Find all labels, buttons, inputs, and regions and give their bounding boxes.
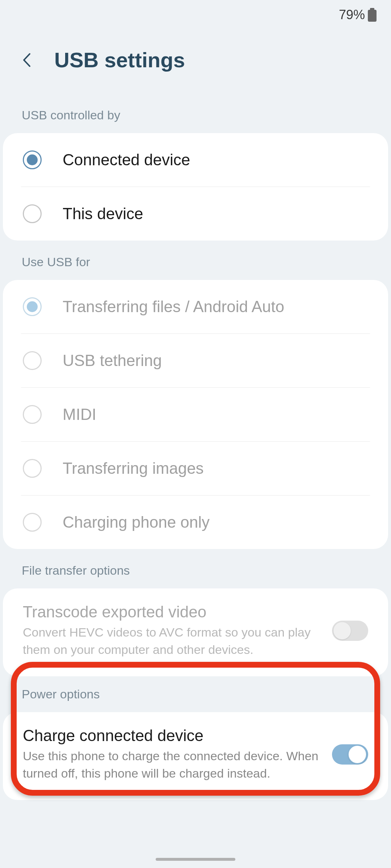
- radio-transferring-files: Transferring files / Android Auto: [3, 280, 388, 333]
- charge-toggle[interactable]: [332, 744, 368, 765]
- radio-label: MIDI: [63, 405, 96, 424]
- radio-label: Connected device: [63, 151, 190, 169]
- transcode-text: Transcode exported video Convert HEVC vi…: [23, 603, 321, 658]
- transcode-desc: Convert HEVC videos to AVC format so you…: [23, 624, 321, 658]
- radio-label: Transferring files / Android Auto: [63, 298, 284, 316]
- file-transfer-card: Transcode exported video Convert HEVC vi…: [3, 588, 388, 676]
- radio-icon: [23, 351, 42, 370]
- charge-title: Charge connected device: [23, 727, 321, 745]
- chevron-left-icon: [22, 51, 33, 69]
- radio-connected-device[interactable]: Connected device: [3, 133, 388, 187]
- header: USB settings: [0, 26, 391, 101]
- charge-connected-row[interactable]: Charge connected device Use this phone t…: [3, 712, 388, 800]
- power-options-card: Charge connected device Use this phone t…: [3, 712, 388, 800]
- section-label-file-transfer: File transfer options: [0, 549, 391, 588]
- radio-icon: [23, 513, 42, 532]
- radio-this-device[interactable]: This device: [21, 187, 370, 241]
- nav-handle[interactable]: [156, 858, 235, 861]
- charge-desc: Use this phone to charge the connected d…: [23, 748, 321, 782]
- radio-icon: [23, 297, 42, 316]
- back-button[interactable]: [22, 51, 40, 69]
- transcode-row: Transcode exported video Convert HEVC vi…: [3, 588, 388, 676]
- page-title: USB settings: [54, 48, 185, 72]
- radio-icon: [23, 459, 42, 478]
- radio-label: This device: [63, 205, 143, 223]
- section-label-use-usb-for: Use USB for: [0, 241, 391, 280]
- section-label-usb-controlled: USB controlled by: [0, 101, 391, 133]
- transcode-title: Transcode exported video: [23, 603, 321, 621]
- radio-label: Transferring images: [63, 459, 204, 477]
- section-label-power: Power options: [0, 676, 391, 712]
- status-bar: 79%: [0, 0, 391, 26]
- radio-label: USB tethering: [63, 352, 162, 370]
- charge-text: Charge connected device Use this phone t…: [23, 727, 321, 782]
- use-usb-for-card: Transferring files / Android Auto USB te…: [3, 280, 388, 549]
- battery-icon: [368, 8, 377, 22]
- transcode-toggle: [332, 621, 368, 641]
- battery-percentage: 79%: [339, 7, 365, 22]
- radio-icon: [23, 150, 42, 169]
- radio-transferring-images: Transferring images: [21, 441, 370, 495]
- radio-label: Charging phone only: [63, 513, 210, 531]
- radio-midi: MIDI: [21, 387, 370, 441]
- radio-charging-only: Charging phone only: [21, 495, 370, 549]
- radio-usb-tethering: USB tethering: [21, 333, 370, 387]
- radio-icon: [23, 204, 42, 223]
- radio-icon: [23, 405, 42, 424]
- usb-controlled-card: Connected device This device: [3, 133, 388, 241]
